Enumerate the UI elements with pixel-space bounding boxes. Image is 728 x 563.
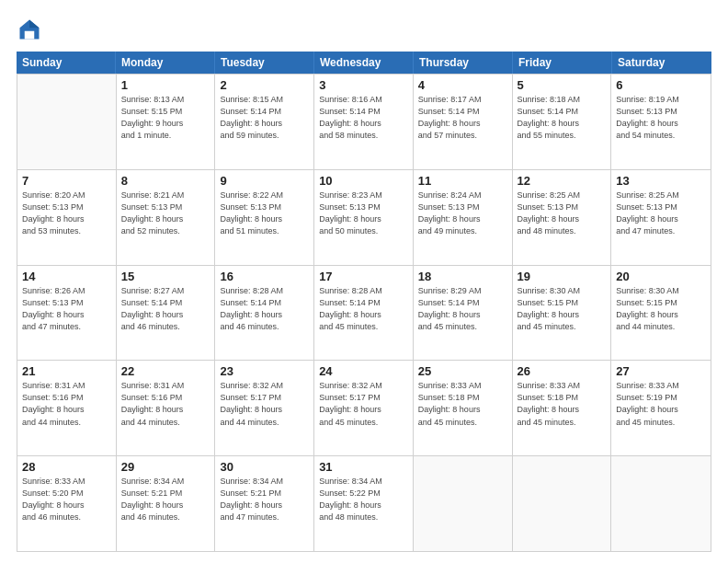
day-info: Sunrise: 8:34 AMSunset: 5:21 PMDaylight:… [220,476,309,523]
calendar-day-3: 3Sunrise: 8:16 AMSunset: 5:14 PMDaylight… [314,75,414,169]
calendar-day-17: 17Sunrise: 8:28 AMSunset: 5:14 PMDayligh… [314,266,414,361]
calendar-day-9: 9Sunrise: 8:22 AMSunset: 5:13 PMDaylight… [215,170,314,265]
day-number: 8 [121,174,210,188]
day-info: Sunrise: 8:20 AMSunset: 5:13 PMDaylight:… [22,190,111,237]
calendar-day-15: 15Sunrise: 8:27 AMSunset: 5:14 PMDayligh… [117,266,216,361]
weekday-header-tuesday: Tuesday [215,52,314,74]
calendar-week-5: 28Sunrise: 8:33 AMSunset: 5:20 PMDayligh… [17,456,711,552]
day-number: 2 [220,78,309,92]
calendar-day-24: 24Sunrise: 8:32 AMSunset: 5:17 PMDayligh… [314,361,414,455]
calendar-day-5: 5Sunrise: 8:18 AMSunset: 5:14 PMDaylight… [513,75,612,169]
calendar-day-empty [17,75,117,169]
day-number: 19 [518,270,607,283]
calendar-day-29: 29Sunrise: 8:34 AMSunset: 5:21 PMDayligh… [117,456,216,551]
day-info: Sunrise: 8:31 AMSunset: 5:16 PMDaylight:… [22,380,111,428]
day-number: 27 [616,364,706,378]
day-info: Sunrise: 8:33 AMSunset: 5:18 PMDaylight:… [518,380,607,428]
calendar-day-19: 19Sunrise: 8:30 AMSunset: 5:15 PMDayligh… [513,266,612,361]
weekday-header-friday: Friday [513,52,612,74]
day-info: Sunrise: 8:34 AMSunset: 5:22 PMDaylight:… [319,476,408,523]
day-number: 3 [319,78,408,92]
calendar-day-empty [513,456,612,551]
day-info: Sunrise: 8:32 AMSunset: 5:17 PMDaylight:… [220,380,309,428]
day-number: 20 [616,270,706,283]
day-number: 21 [22,364,111,378]
day-info: Sunrise: 8:29 AMSunset: 5:14 PMDaylight:… [418,285,507,333]
day-number: 26 [518,364,607,378]
day-number: 17 [319,270,408,283]
day-number: 7 [22,174,111,188]
day-number: 10 [319,174,408,188]
calendar-day-12: 12Sunrise: 8:25 AMSunset: 5:13 PMDayligh… [513,170,612,265]
calendar-day-6: 6Sunrise: 8:19 AMSunset: 5:13 PMDaylight… [611,75,711,169]
calendar-day-23: 23Sunrise: 8:32 AMSunset: 5:17 PMDayligh… [215,361,314,455]
day-info: Sunrise: 8:26 AMSunset: 5:13 PMDaylight:… [22,285,111,333]
svg-marker-1 [29,20,40,29]
calendar-day-26: 26Sunrise: 8:33 AMSunset: 5:18 PMDayligh… [513,361,612,455]
day-number: 28 [22,460,111,474]
calendar-day-30: 30Sunrise: 8:34 AMSunset: 5:21 PMDayligh… [215,456,314,551]
day-info: Sunrise: 8:33 AMSunset: 5:20 PMDaylight:… [22,476,111,523]
calendar-day-27: 27Sunrise: 8:33 AMSunset: 5:19 PMDayligh… [611,361,711,455]
day-info: Sunrise: 8:30 AMSunset: 5:15 PMDaylight:… [518,285,607,333]
day-info: Sunrise: 8:16 AMSunset: 5:14 PMDaylight:… [319,94,408,142]
day-number: 29 [121,460,210,474]
calendar-day-11: 11Sunrise: 8:24 AMSunset: 5:13 PMDayligh… [414,170,513,265]
day-info: Sunrise: 8:17 AMSunset: 5:14 PMDaylight:… [418,94,507,142]
day-number: 30 [220,460,309,474]
logo [17,17,46,42]
day-info: Sunrise: 8:22 AMSunset: 5:13 PMDaylight:… [220,190,309,237]
day-info: Sunrise: 8:31 AMSunset: 5:16 PMDaylight:… [121,380,210,428]
day-number: 6 [616,78,706,92]
day-number: 31 [319,460,408,474]
day-number: 16 [220,270,309,283]
calendar-week-1: 1Sunrise: 8:13 AMSunset: 5:15 PMDaylight… [17,74,711,170]
day-number: 12 [518,174,607,188]
calendar-week-2: 7Sunrise: 8:20 AMSunset: 5:13 PMDaylight… [17,170,711,266]
day-info: Sunrise: 8:23 AMSunset: 5:13 PMDaylight:… [319,190,408,237]
calendar-day-22: 22Sunrise: 8:31 AMSunset: 5:16 PMDayligh… [117,361,216,455]
day-number: 25 [418,364,507,378]
day-number: 1 [121,78,210,92]
calendar-day-10: 10Sunrise: 8:23 AMSunset: 5:13 PMDayligh… [314,170,414,265]
day-info: Sunrise: 8:27 AMSunset: 5:14 PMDaylight:… [121,285,210,333]
calendar-day-20: 20Sunrise: 8:30 AMSunset: 5:15 PMDayligh… [611,266,711,361]
day-number: 5 [518,78,607,92]
calendar-day-13: 13Sunrise: 8:25 AMSunset: 5:13 PMDayligh… [611,170,711,265]
weekday-header-saturday: Saturday [612,52,711,74]
logo-icon [17,17,42,42]
day-number: 14 [22,270,111,283]
day-number: 22 [121,364,210,378]
day-info: Sunrise: 8:32 AMSunset: 5:17 PMDaylight:… [319,380,408,428]
day-info: Sunrise: 8:15 AMSunset: 5:14 PMDaylight:… [220,94,309,142]
weekday-header-thursday: Thursday [414,52,513,74]
day-info: Sunrise: 8:33 AMSunset: 5:18 PMDaylight:… [418,380,507,428]
calendar-day-14: 14Sunrise: 8:26 AMSunset: 5:13 PMDayligh… [17,266,117,361]
day-info: Sunrise: 8:25 AMSunset: 5:13 PMDaylight:… [616,190,706,237]
calendar-body: 1Sunrise: 8:13 AMSunset: 5:15 PMDaylight… [17,74,711,552]
day-number: 13 [616,174,706,188]
weekday-header-monday: Monday [116,52,215,74]
calendar: SundayMondayTuesdayWednesdayThursdayFrid… [17,52,711,552]
calendar-day-8: 8Sunrise: 8:21 AMSunset: 5:13 PMDaylight… [117,170,216,265]
day-info: Sunrise: 8:34 AMSunset: 5:21 PMDaylight:… [121,476,210,523]
calendar-day-1: 1Sunrise: 8:13 AMSunset: 5:15 PMDaylight… [117,75,216,169]
calendar-day-25: 25Sunrise: 8:33 AMSunset: 5:18 PMDayligh… [414,361,513,455]
day-number: 23 [220,364,309,378]
calendar-day-4: 4Sunrise: 8:17 AMSunset: 5:14 PMDaylight… [414,75,513,169]
day-info: Sunrise: 8:19 AMSunset: 5:13 PMDaylight:… [616,94,706,142]
calendar-day-7: 7Sunrise: 8:20 AMSunset: 5:13 PMDaylight… [17,170,117,265]
calendar-day-empty [611,456,711,551]
calendar-day-16: 16Sunrise: 8:28 AMSunset: 5:14 PMDayligh… [215,266,314,361]
calendar-week-4: 21Sunrise: 8:31 AMSunset: 5:16 PMDayligh… [17,361,711,456]
day-number: 11 [418,174,507,188]
day-info: Sunrise: 8:28 AMSunset: 5:14 PMDaylight:… [319,285,408,333]
day-number: 15 [121,270,210,283]
day-number: 18 [418,270,507,283]
weekday-header-wednesday: Wednesday [314,52,414,74]
calendar-header: SundayMondayTuesdayWednesdayThursdayFrid… [17,52,711,74]
calendar-week-3: 14Sunrise: 8:26 AMSunset: 5:13 PMDayligh… [17,266,711,362]
day-info: Sunrise: 8:30 AMSunset: 5:15 PMDaylight:… [616,285,706,333]
day-number: 24 [319,364,408,378]
header [17,17,711,42]
